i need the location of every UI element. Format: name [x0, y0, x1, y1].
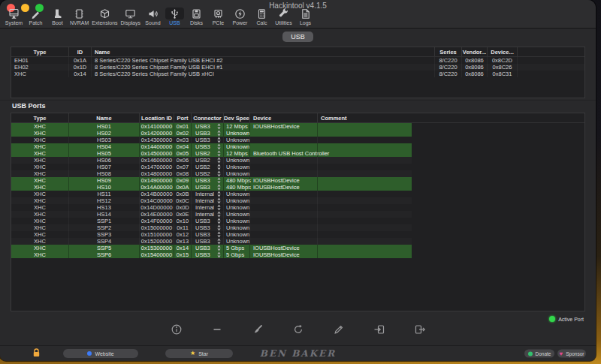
port-row-HS09[interactable]: XHC HS09 0x14900000 0x09 USB3 480 Mbps I… [11, 177, 412, 184]
connector-stepper-icon[interactable] [217, 143, 221, 150]
connector-stepper-icon[interactable] [217, 137, 221, 143]
connector-stepper-icon[interactable] [217, 211, 221, 218]
toolbar-item-usb[interactable]: USB [164, 8, 186, 26]
port-row-HS11[interactable]: XHC HS11 0x14B00000 0x0B Internal Unknow… [11, 191, 412, 197]
port-row-SSP3[interactable]: XHC SSP3 0x15100000 0x12 USB3 Unknown [11, 231, 412, 238]
connector-stepper-icon[interactable] [217, 177, 221, 184]
toolbar-item-boot[interactable]: Boot [47, 8, 68, 26]
connector-stepper-icon[interactable] [217, 150, 221, 157]
donate-button[interactable]: Donate [524, 350, 554, 358]
usb-ports-table: Type Name Location ID Port Connector Dev… [11, 113, 585, 311]
export-button[interactable] [412, 322, 427, 337]
connector-stepper-icon[interactable] [217, 251, 221, 258]
pcie-icon [209, 8, 228, 20]
displays-icon [121, 8, 140, 20]
controllers-table-body: EH01 0x1A 8 Series/C220 Series Chipset F… [11, 57, 584, 77]
edit-button[interactable] [331, 322, 346, 337]
port-row-HS01[interactable]: XHC HS01 0x14100000 0x01 USB3 12 Mbps IO… [11, 123, 412, 130]
port-row-HS04[interactable]: XHC HS04 0x14400000 0x04 USB3 Unknown [11, 143, 412, 150]
connector-stepper-icon[interactable] [217, 197, 221, 204]
calc-icon [252, 8, 271, 20]
tab-usb[interactable]: USB [282, 32, 313, 42]
toolbar-item-patch[interactable]: Patch [25, 8, 47, 26]
toolbar-item-logs[interactable]: Logs [294, 8, 316, 26]
connector-stepper-icon[interactable] [217, 157, 221, 164]
connector-stepper-icon[interactable] [217, 191, 221, 197]
port-row-SSP5[interactable]: XHC SSP5 0x15300000 0x14 USB3 5 Gbps IOU… [11, 245, 412, 251]
toolbar-item-calc[interactable]: Calc [251, 8, 273, 26]
usb-ports-section-title: USB Ports [12, 102, 585, 110]
controllers-header-id[interactable]: ID [68, 47, 91, 56]
connector-stepper-icon[interactable] [217, 164, 221, 170]
connector-stepper-icon[interactable] [217, 231, 221, 238]
connector-stepper-icon[interactable] [217, 204, 221, 211]
toolbar-item-nvram[interactable]: NVRAM [68, 8, 90, 26]
import-button[interactable] [372, 322, 387, 337]
controllers-header-series[interactable]: Series [434, 47, 461, 56]
ports-header-comment[interactable]: Comment [317, 113, 412, 122]
main-toolbar: System Patch Boot NVRAM Extensions Displ… [3, 8, 316, 26]
sponsor-heart-icon: ♥ [560, 350, 563, 356]
port-row-HS13[interactable]: XHC HS13 0x14D00000 0x0D Internal Unknow… [11, 204, 412, 211]
ports-header-type[interactable]: Type [11, 113, 68, 122]
content-area: Type ID Name Series Vendor... Device... … [0, 47, 596, 314]
toolbar-item-extensions[interactable]: Extensions [90, 8, 119, 26]
connector-stepper-icon[interactable] [217, 238, 221, 245]
ports-header-name[interactable]: Name [68, 113, 139, 122]
nvram-icon [70, 8, 89, 20]
controller-row-EH01[interactable]: EH01 0x1A 8 Series/C220 Series Chipset F… [11, 57, 584, 64]
sponsor-button[interactable]: ♥ Sponsor [557, 350, 586, 358]
controllers-header-vendor[interactable]: Vendor... [461, 47, 487, 56]
toolbar-item-power[interactable]: Power [229, 8, 251, 26]
ben-baker-logo: BEN BAKER [0, 348, 596, 359]
port-row-HS10[interactable]: XHC HS10 0x14A00000 0x0A USB3 480 Mbps I… [11, 184, 412, 191]
info-button[interactable] [169, 322, 184, 337]
connector-stepper-icon[interactable] [217, 184, 221, 191]
donate-icon [528, 351, 533, 356]
controller-row-XHC[interactable]: XHC 0x14 8 Series/C220 Series Chipset Fa… [11, 71, 584, 77]
port-row-HS06[interactable]: XHC HS06 0x14600000 0x06 USB2 Unknown [11, 157, 412, 164]
port-row-HS02[interactable]: XHC HS02 0x14200000 0x02 USB3 Unknown [11, 130, 412, 137]
ports-header-devspeed[interactable]: Dev Speed [223, 113, 249, 122]
port-row-HS12[interactable]: XHC HS12 0x14C00000 0x0C Internal Unknow… [11, 197, 412, 204]
connector-stepper-icon[interactable] [217, 130, 221, 137]
ports-header-connector[interactable]: Connector [191, 113, 223, 122]
hackintool-window: Hackintool v4.1.5 System Patch Boot NVRA… [0, 0, 596, 361]
connector-stepper-icon[interactable] [217, 218, 221, 224]
controllers-header-name[interactable]: Name [91, 47, 434, 56]
controllers-header-device[interactable]: Device... [487, 47, 517, 56]
refresh-button[interactable] [291, 322, 306, 337]
controller-row-EH02[interactable]: EH02 0x1D 8 Series/C220 Series Chipset F… [11, 64, 584, 71]
connector-stepper-icon[interactable] [217, 245, 221, 251]
toolbar-item-pcie[interactable]: PCIe [207, 8, 229, 26]
connector-stepper-icon[interactable] [217, 170, 221, 177]
port-row-SSP4[interactable]: XHC SSP4 0x15200000 0x13 USB3 Unknown [11, 238, 412, 245]
ports-header-port[interactable]: Port [174, 113, 191, 122]
controllers-header-type[interactable]: Type [11, 47, 68, 56]
disks-icon [187, 8, 206, 20]
connector-stepper-icon[interactable] [217, 123, 221, 130]
toolbar-item-system[interactable]: System [3, 8, 25, 26]
port-row-SSP1[interactable]: XHC SSP1 0x14F00000 0x10 USB3 Unknown [11, 218, 412, 224]
toolbar-item-sound[interactable]: Sound [142, 8, 164, 26]
ports-header-location[interactable]: Location ID [139, 113, 174, 122]
boot-icon [48, 8, 67, 20]
clean-button[interactable] [250, 322, 265, 337]
port-row-HS03[interactable]: XHC HS03 0x14300000 0x03 USB3 Unknown [11, 137, 412, 143]
toolbar-item-disks[interactable]: Disks [186, 8, 207, 26]
active-port-dot [549, 316, 555, 322]
port-row-HS14[interactable]: XHC HS14 0x14E00000 0x0E Internal Unknow… [11, 211, 412, 218]
ports-header-device[interactable]: Device [249, 113, 317, 122]
active-port-label: Active Port [558, 317, 584, 322]
connector-stepper-icon[interactable] [217, 224, 221, 231]
port-row-SSP2[interactable]: XHC SSP2 0x15000000 0x11 USB3 Unknown [11, 224, 412, 231]
extensions-icon [95, 8, 114, 20]
minus-icon [211, 323, 223, 335]
port-row-HS07[interactable]: XHC HS07 0x14700000 0x07 USB2 Unknown [11, 164, 412, 170]
port-row-SSP6[interactable]: XHC SSP6 0x15400000 0x15 USB3 5 Gbps IOU… [11, 251, 412, 258]
port-row-HS08[interactable]: XHC HS08 0x14800000 0x08 USB2 Unknown [11, 170, 412, 177]
port-row-HS05[interactable]: XHC HS05 0x14500000 0x05 USB2 12 Mbps Bl… [11, 150, 412, 157]
toolbar-item-displays[interactable]: Displays [119, 8, 142, 26]
remove-button[interactable] [210, 322, 225, 337]
toolbar-item-utilities[interactable]: Utilities [273, 8, 294, 26]
